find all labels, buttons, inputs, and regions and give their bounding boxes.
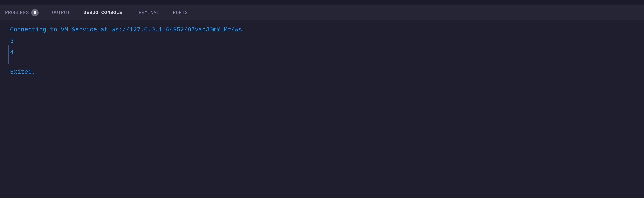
tab-output-label: OUTPUT — [52, 10, 70, 15]
tab-problems-label: PROBLEMS — [5, 10, 29, 15]
tab-ports-label: PORTS — [173, 10, 188, 15]
tab-debug-console[interactable]: DEBUG CONSOLE — [82, 5, 124, 20]
panel-container: PROBLEMS 9 OUTPUT DEBUG CONSOLE TERMINAL… — [0, 5, 644, 84]
top-bar — [0, 0, 644, 5]
tab-ports[interactable]: PORTS — [171, 5, 190, 20]
console-line-3: 4 — [10, 48, 636, 57]
console-body: Connecting to VM Service at ws://127.0.0… — [0, 20, 644, 84]
console-line-2: 3 — [10, 36, 636, 46]
tab-problems[interactable]: PROBLEMS 9 — [3, 5, 40, 20]
console-line-5: Exited. — [10, 67, 636, 77]
console-area: Connecting to VM Service at ws://127.0.0… — [8, 25, 636, 77]
console-line-1: Connecting to VM Service at ws://127.0.0… — [10, 25, 636, 35]
tab-terminal[interactable]: TERMINAL — [134, 5, 161, 20]
tab-problems-badge: 9 — [31, 9, 38, 16]
left-border-line — [8, 45, 9, 64]
tab-output[interactable]: OUTPUT — [50, 5, 72, 20]
tab-debug-console-label: DEBUG CONSOLE — [83, 10, 122, 15]
console-line-4 — [10, 59, 636, 66]
tab-terminal-label: TERMINAL — [136, 10, 160, 15]
tab-bar: PROBLEMS 9 OUTPUT DEBUG CONSOLE TERMINAL… — [0, 5, 644, 20]
